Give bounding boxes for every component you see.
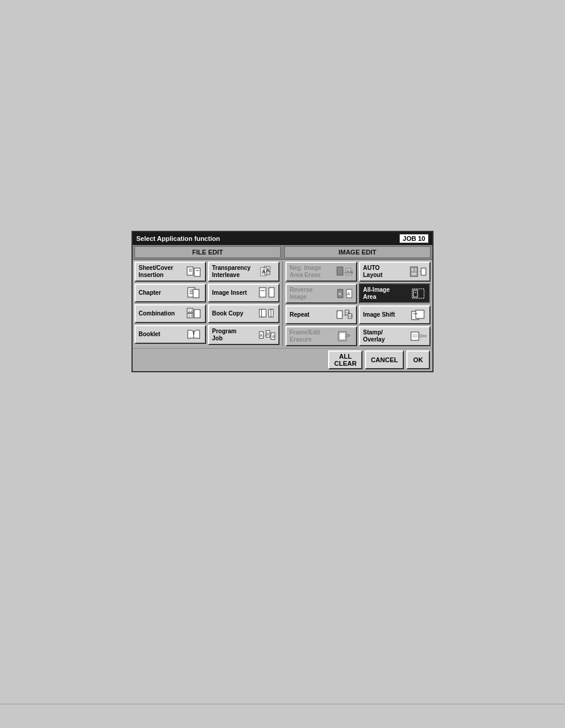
image-edit-header: IMAGE EDIT [284,246,431,258]
stamp-overlay-label: Stamp/Overlay [363,329,385,343]
svg-text:3: 3 [188,314,190,318]
stamp-overlay-icon: Draft [410,330,426,343]
svg-text:A: A [338,291,342,297]
reverse-image-icon: A → A [336,287,353,300]
svg-rect-69 [411,332,419,340]
content-area: Sheet/CoverInsertion Chapter [133,260,432,348]
auto-layout-icon: → [410,265,426,278]
all-image-area-icon [410,287,426,300]
svg-text:Draft: Draft [419,333,426,339]
all-image-area-label: All-ImageArea [363,286,390,301]
auto-layout-button[interactable]: AUTOLayout → [359,262,431,282]
chapter-icon [185,286,202,299]
all-image-area-button[interactable]: All-ImageArea [359,284,431,304]
sheet-cover-icon [185,265,202,278]
file-edit-right-column: TransparencyInterleave A A Image Insert [208,262,280,346]
svg-text:AAA: AAA [346,270,353,274]
chapter-button[interactable]: Chapter [134,284,206,302]
image-shift-button[interactable]: Image Shift [359,305,431,324]
image-edit-right-column: AUTOLayout → All-ImageArea [359,262,431,346]
neg-image-icon: → AAA [336,265,353,278]
book-copy-label: Book Copy [212,310,243,317]
section-headers: FILE EDIT IMAGE EDIT [133,245,432,260]
neg-image-area-erase-button[interactable]: Neg. ImageArea Erase → AAA [285,262,357,282]
sheet-cover-insertion-button[interactable]: Sheet/CoverInsertion [134,262,206,282]
svg-rect-22 [259,288,266,297]
file-edit-column: Sheet/CoverInsertion Chapter [134,262,206,346]
repeat-label: Repeat [290,311,309,318]
book-copy-button[interactable]: Book Copy → [208,304,280,323]
svg-text:A: A [260,333,263,337]
bottom-separator [0,704,565,704]
svg-text:A: A [272,334,275,339]
svg-text:B: B [267,332,269,336]
frame-erase-label: Frame/EditErasure [290,329,320,343]
svg-text:4: 4 [191,314,192,318]
svg-text:1: 1 [188,309,190,313]
reverse-image-button[interactable]: ReverseImage A → A [285,284,357,304]
transparency-label: TransparencyInterleave [212,265,251,279]
program-job-button[interactable]: ProgramJob A → B → A [208,325,280,345]
repeat-icon: → AA AA [336,308,353,321]
image-insert-icon: ◀ [259,286,275,299]
svg-rect-64 [413,290,418,297]
reverse-image-label: ReverseImage [290,286,313,301]
transparency-icon: A A [259,265,275,278]
transparency-interleave-button[interactable]: TransparencyInterleave A A [208,262,280,282]
svg-rect-59 [415,268,417,272]
program-job-label: ProgramJob [212,328,236,342]
image-edit-left-column: Neg. ImageArea Erase → AAA ReverseImage [285,262,357,346]
dialog-title: Select Application function [136,235,220,242]
footer-bar: ALLCLEAR CANCEL OK [133,348,432,371]
book-copy-icon: → [259,307,275,320]
svg-text:⟳: ⟳ [346,333,351,339]
ok-button[interactable]: OK [406,350,430,369]
image-shift-label: Image Shift [363,311,395,318]
repeat-button[interactable]: Repeat → AA AA [285,305,357,324]
svg-rect-60 [411,272,417,276]
column-divider [282,262,283,346]
svg-rect-67 [416,310,424,318]
program-job-icon: A → B → A [259,328,275,342]
stamp-overlay-button[interactable]: Stamp/Overlay Draft [359,326,431,346]
svg-rect-48 [337,311,342,318]
svg-text:A: A [266,268,270,273]
title-bar: Select Application function JOB 10 [133,232,432,245]
svg-rect-58 [411,268,414,272]
combination-button[interactable]: Combination 1 2 3 4 [134,304,206,323]
booklet-button[interactable]: Booklet [134,325,206,344]
application-function-dialog: Select Application function JOB 10 FILE … [131,231,434,372]
all-clear-button[interactable]: ALLCLEAR [328,350,362,369]
image-shift-icon [410,308,426,321]
svg-rect-9 [193,289,199,298]
frame-erase-button[interactable]: Frame/EditErasure ⟳ [285,326,357,346]
auto-layout-label: AUTOLayout [363,265,383,279]
svg-rect-16 [194,310,200,318]
svg-text:A: A [347,291,351,297]
combination-label: Combination [139,310,175,317]
combination-icon: 1 2 3 4 [185,307,202,320]
job-badge: JOB 10 [399,234,429,243]
sheet-cover-label: Sheet/CoverInsertion [139,265,173,279]
chapter-label: Chapter [139,289,161,297]
booklet-label: Booklet [139,331,160,338]
image-insert-label: Image Insert [212,289,247,297]
neg-image-label: Neg. ImageArea Erase [290,265,321,279]
image-insert-button[interactable]: Image Insert ◀ [208,284,280,302]
svg-text:2: 2 [191,309,192,313]
booklet-icon [185,328,202,341]
svg-rect-3 [194,268,200,276]
svg-text:AA: AA [349,314,353,318]
cancel-button[interactable]: CANCEL [365,350,404,369]
svg-rect-27 [262,310,266,317]
frame-erase-icon: ⟳ [336,330,353,343]
svg-rect-55 [339,333,345,340]
file-edit-header: FILE EDIT [134,246,281,258]
svg-rect-25 [269,288,274,297]
svg-rect-62 [421,268,426,275]
